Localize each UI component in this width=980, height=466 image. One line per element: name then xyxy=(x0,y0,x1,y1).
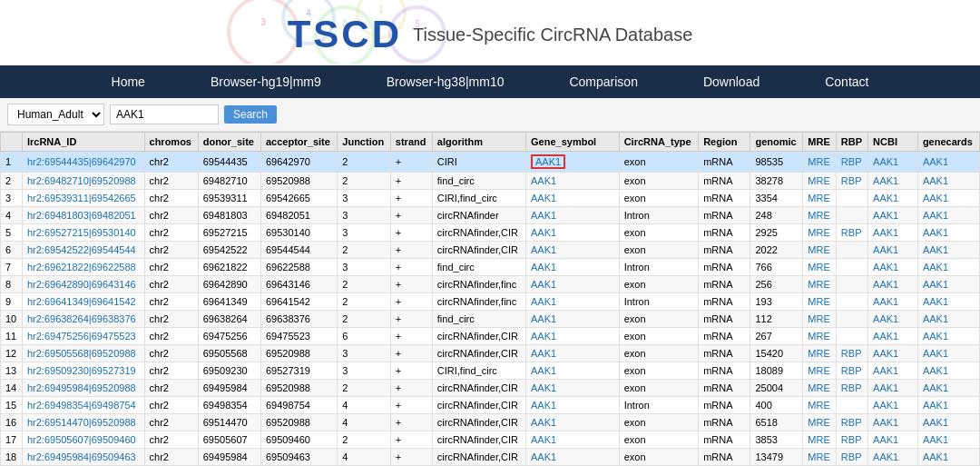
circrna-id-link[interactable]: hr2:69638264|69638376 xyxy=(27,313,136,324)
mre-link[interactable]: MRE xyxy=(808,348,829,359)
genecards-link[interactable]: AAK1 xyxy=(923,434,948,445)
circrna-id-link[interactable]: hr2:69498354|69498754 xyxy=(27,400,136,411)
nav-browser-hg19[interactable]: Browser-hg19|mm9 xyxy=(178,65,354,98)
circrna-id-link[interactable]: hr2:69482710|69520988 xyxy=(27,175,136,186)
rbp-link[interactable]: RBP xyxy=(841,175,862,186)
mre-link[interactable]: MRE xyxy=(808,210,829,221)
genecards-link[interactable]: AAK1 xyxy=(923,193,948,203)
mre-link[interactable]: MRE xyxy=(808,296,829,307)
genecards-link[interactable]: AAK1 xyxy=(923,156,948,167)
ncbi-link[interactable]: AAK1 xyxy=(873,262,898,273)
gene-symbol-link[interactable]: AAK1 xyxy=(531,244,556,255)
mre-link[interactable]: MRE xyxy=(808,227,829,238)
gene-symbol-link[interactable]: AAK1 xyxy=(531,382,556,393)
genecards-link[interactable]: AAK1 xyxy=(923,175,948,186)
genecards-link[interactable]: AAK1 xyxy=(923,451,948,462)
gene-symbol-link[interactable]: AAK1 xyxy=(531,175,556,186)
genecards-link[interactable]: AAK1 xyxy=(923,244,948,255)
genecards-link[interactable]: AAK1 xyxy=(923,296,948,307)
mre-link[interactable]: MRE xyxy=(808,156,829,167)
circrna-id-link[interactable]: hr2:69495984|69509463 xyxy=(27,451,136,462)
circrna-id-link[interactable]: hr2:69527215|69530140 xyxy=(27,227,136,238)
genecards-link[interactable]: AAK1 xyxy=(923,365,948,376)
genecards-link[interactable]: AAK1 xyxy=(923,382,948,393)
circrna-id-link[interactable]: hr2:69509230|69527319 xyxy=(27,365,136,376)
ncbi-link[interactable]: AAK1 xyxy=(873,279,898,290)
nav-home[interactable]: Home xyxy=(79,65,178,98)
circrna-id-link[interactable]: hr2:69641349|69641542 xyxy=(27,296,136,307)
ncbi-link[interactable]: AAK1 xyxy=(873,156,898,167)
gene-symbol-link[interactable]: AAK1 xyxy=(531,210,556,221)
mre-link[interactable]: MRE xyxy=(808,262,829,273)
mre-link[interactable]: MRE xyxy=(808,331,829,342)
rbp-link[interactable]: RBP xyxy=(841,348,862,359)
mre-link[interactable]: MRE xyxy=(808,434,829,445)
ncbi-link[interactable]: AAK1 xyxy=(873,400,898,411)
mre-link[interactable]: MRE xyxy=(808,417,829,428)
ncbi-link[interactable]: AAK1 xyxy=(873,296,898,307)
gene-symbol-link[interactable]: AAK1 xyxy=(531,262,556,273)
mre-link[interactable]: MRE xyxy=(808,279,829,290)
mre-link[interactable]: MRE xyxy=(808,400,829,411)
circrna-id-link[interactable]: hr2:69481803|69482051 xyxy=(27,210,136,221)
nav-contact[interactable]: Contact xyxy=(792,65,901,98)
genecards-link[interactable]: AAK1 xyxy=(923,262,948,273)
genecards-link[interactable]: AAK1 xyxy=(923,331,948,342)
circrna-id-link[interactable]: hr2:69495984|69520988 xyxy=(27,382,136,393)
ncbi-link[interactable]: AAK1 xyxy=(873,451,898,462)
rbp-link[interactable]: RBP xyxy=(841,365,862,376)
mre-link[interactable]: MRE xyxy=(808,451,829,462)
gene-symbol-link[interactable]: AAK1 xyxy=(531,279,556,290)
genecards-link[interactable]: AAK1 xyxy=(923,348,948,359)
gene-symbol-link[interactable]: AAK1 xyxy=(531,451,556,462)
gene-symbol-link[interactable]: AAK1 xyxy=(531,296,556,307)
ncbi-link[interactable]: AAK1 xyxy=(873,175,898,186)
rbp-link[interactable]: RBP xyxy=(841,434,862,445)
mre-link[interactable]: MRE xyxy=(808,313,829,324)
gene-symbol-link[interactable]: AAK1 xyxy=(531,434,556,445)
mre-link[interactable]: MRE xyxy=(808,193,829,203)
genecards-link[interactable]: AAK1 xyxy=(923,210,948,221)
search-input[interactable] xyxy=(110,104,219,124)
ncbi-link[interactable]: AAK1 xyxy=(873,382,898,393)
circrna-id-link[interactable]: hr2:69514470|69520988 xyxy=(27,417,136,428)
genecards-link[interactable]: AAK1 xyxy=(923,227,948,238)
organism-select[interactable]: Human_Adult Human_Fetal Mouse_Adult Mous… xyxy=(7,104,104,125)
genecards-link[interactable]: AAK1 xyxy=(923,313,948,324)
circrna-id-link[interactable]: hr2:69475256|69475523 xyxy=(27,331,136,342)
gene-symbol-link[interactable]: AAK1 xyxy=(531,193,556,203)
rbp-link[interactable]: RBP xyxy=(841,227,862,238)
rbp-link[interactable]: RBP xyxy=(841,156,862,167)
circrna-id-link[interactable]: hr2:69544435|69642970 xyxy=(27,156,136,167)
ncbi-link[interactable]: AAK1 xyxy=(873,331,898,342)
gene-symbol-link[interactable]: AAK1 xyxy=(531,154,565,169)
ncbi-link[interactable]: AAK1 xyxy=(873,365,898,376)
circrna-id-link[interactable]: hr2:69642890|69643146 xyxy=(27,279,136,290)
ncbi-link[interactable]: AAK1 xyxy=(873,434,898,445)
search-button[interactable]: Search xyxy=(224,105,277,124)
nav-browser-hg38[interactable]: Browser-hg38|mm10 xyxy=(354,65,537,98)
rbp-link[interactable]: RBP xyxy=(841,417,862,428)
circrna-id-link[interactable]: hr2:69542522|69544544 xyxy=(27,244,136,255)
nav-download[interactable]: Download xyxy=(671,65,792,98)
circrna-id-link[interactable]: hr2:69539311|69542665 xyxy=(27,193,136,203)
genecards-link[interactable]: AAK1 xyxy=(923,279,948,290)
gene-symbol-link[interactable]: AAK1 xyxy=(531,365,556,376)
nav-comparison[interactable]: Comparison xyxy=(536,65,670,98)
gene-symbol-link[interactable]: AAK1 xyxy=(531,227,556,238)
circrna-id-link[interactable]: hr2:69505607|69509460 xyxy=(27,434,136,445)
ncbi-link[interactable]: AAK1 xyxy=(873,348,898,359)
ncbi-link[interactable]: AAK1 xyxy=(873,210,898,221)
rbp-link[interactable]: RBP xyxy=(841,382,862,393)
circrna-id-link[interactable]: hr2:69505568|69520988 xyxy=(27,348,136,359)
mre-link[interactable]: MRE xyxy=(808,365,829,376)
ncbi-link[interactable]: AAK1 xyxy=(873,193,898,203)
ncbi-link[interactable]: AAK1 xyxy=(873,227,898,238)
gene-symbol-link[interactable]: AAK1 xyxy=(531,331,556,342)
ncbi-link[interactable]: AAK1 xyxy=(873,417,898,428)
gene-symbol-link[interactable]: AAK1 xyxy=(531,400,556,411)
mre-link[interactable]: MRE xyxy=(808,175,829,186)
genecards-link[interactable]: AAK1 xyxy=(923,400,948,411)
genecards-link[interactable]: AAK1 xyxy=(923,417,948,428)
rbp-link[interactable]: RBP xyxy=(841,451,862,462)
